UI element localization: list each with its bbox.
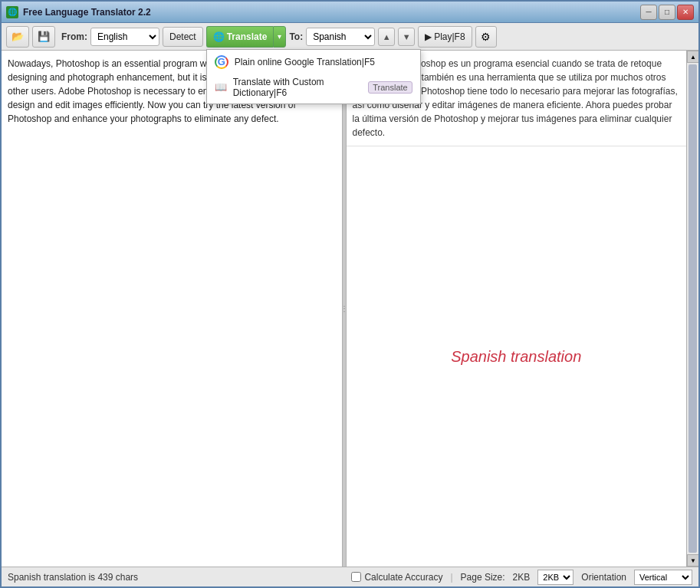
calculate-accuracy-group: Calculate Accuracy <box>351 572 442 583</box>
detect-button[interactable]: Detect <box>163 27 203 47</box>
window-controls: ─ □ ✕ <box>640 5 694 20</box>
orientation-label: Orientation <box>581 572 626 583</box>
scroll-thumb[interactable] <box>688 64 697 553</box>
right-panel: Hoy en día, Photoshop es un programa ese… <box>347 51 687 567</box>
custom-dictionary-option[interactable]: 📖 Translate with Custom Dictionary|F6 Tr… <box>207 73 420 102</box>
calculate-accuracy-label: Calculate Accuracy <box>364 572 442 583</box>
maximize-button[interactable]: □ <box>659 5 675 20</box>
status-bar: Spanish translation is 439 chars Calcula… <box>2 567 698 586</box>
scroll-down-button[interactable]: ▼ <box>687 554 698 567</box>
scrollbar[interactable]: ▲ ▼ <box>686 51 698 567</box>
google-icon: G <box>215 55 228 69</box>
translate-button[interactable]: 🌐 Translate <box>206 26 274 48</box>
save-button[interactable]: 💾 <box>32 26 55 48</box>
translate-dropdown-menu: G Plain online Google Translation|F5 📖 T… <box>206 49 421 104</box>
orientation-select[interactable]: Vertical Horizontal <box>634 570 692 585</box>
main-window: 🌐 Free Language Translator 2.2 ─ □ ✕ 📂 💾… <box>0 0 700 588</box>
page-size-select[interactable]: 2KB 4KB 8KB <box>537 570 573 585</box>
scroll-up-button[interactable]: ▲ <box>687 51 698 63</box>
status-text: Spanish translation is 439 chars <box>8 572 343 583</box>
page-size-label: Page Size: <box>461 572 505 583</box>
play-button[interactable]: ▶ Play|F8 <box>418 26 472 48</box>
window-title: Free Language Translator 2.2 <box>23 7 636 18</box>
to-language-select[interactable]: Spanish French German English <box>306 28 375 46</box>
translate-dropdown-button[interactable]: ▾ <box>273 26 286 48</box>
up-arrow-button[interactable]: ▲ <box>378 28 395 46</box>
toolbar: 📂 💾 From: English French German Spanish … <box>2 23 698 51</box>
title-bar: 🌐 Free Language Translator 2.2 ─ □ ✕ <box>2 2 698 23</box>
translation-placeholder: Spanish translation <box>347 146 687 567</box>
translate-globe-icon: 🌐 <box>213 31 225 42</box>
app-icon: 🌐 <box>6 6 18 18</box>
page-size-value: 2KB <box>513 572 531 583</box>
main-content: ⋮ Hoy en día, Photoshop es un programa e… <box>2 51 698 567</box>
google-translate-label: Plain online Google Translation|F5 <box>235 57 375 67</box>
close-button[interactable]: ✕ <box>677 5 694 20</box>
save-icon: 💾 <box>38 31 50 43</box>
play-icon: ▶ <box>425 31 432 42</box>
from-language-select[interactable]: English French German Spanish <box>90 28 159 46</box>
source-text-area[interactable] <box>2 51 342 567</box>
calculate-accuracy-checkbox[interactable] <box>351 572 361 582</box>
translate-sub-badge: Translate <box>368 81 412 94</box>
google-translate-option[interactable]: G Plain online Google Translation|F5 <box>207 51 420 73</box>
open-icon: 📂 <box>12 31 24 43</box>
down-arrow-button[interactable]: ▼ <box>398 28 415 46</box>
minimize-button[interactable]: ─ <box>640 5 657 20</box>
settings-button[interactable]: ⚙ <box>475 26 497 48</box>
open-button[interactable]: 📂 <box>6 26 29 48</box>
translate-group: 🌐 Translate ▾ G Plain online Google Tran… <box>206 26 287 48</box>
to-label: To: <box>289 31 303 42</box>
from-label: From: <box>61 31 87 42</box>
custom-dict-label: Translate with Custom Dictionary|F6 <box>233 77 363 98</box>
book-icon: 📖 <box>215 80 227 94</box>
gear-icon: ⚙ <box>481 31 491 43</box>
left-panel <box>2 51 342 567</box>
